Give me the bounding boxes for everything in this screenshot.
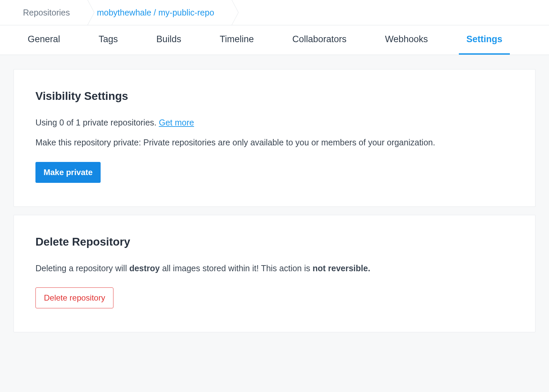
delete-warn-irreversible: not reversible. xyxy=(313,263,370,273)
make-private-button[interactable]: Make private xyxy=(35,162,101,183)
delete-repository-card: Delete Repository Deleting a repository … xyxy=(14,215,535,333)
tab-collaborators[interactable]: Collaborators xyxy=(285,25,354,55)
delete-warn-part2: all images stored within it! This action… xyxy=(160,263,313,273)
breadcrumb-separator-icon xyxy=(224,0,232,25)
visibility-usage-prefix: Using 0 of 1 private repositories. xyxy=(35,118,159,127)
visibility-settings-card: Visibility Settings Using 0 of 1 private… xyxy=(14,69,535,207)
tab-builds[interactable]: Builds xyxy=(149,25,189,55)
visibility-heading: Visibility Settings xyxy=(35,90,514,103)
tab-settings[interactable]: Settings xyxy=(459,25,510,55)
tab-timeline[interactable]: Timeline xyxy=(212,25,261,55)
delete-warn-part1: Deleting a repository will xyxy=(35,263,129,273)
tabs-bar: General Tags Builds Timeline Collaborato… xyxy=(0,25,549,55)
breadcrumb: Repositories mobythewhale / my-public-re… xyxy=(0,0,549,25)
delete-heading: Delete Repository xyxy=(35,235,514,248)
visibility-usage-text: Using 0 of 1 private repositories. Get m… xyxy=(35,116,514,129)
delete-warning-text: Deleting a repository will destroy all i… xyxy=(35,262,514,275)
tab-webhooks[interactable]: Webhooks xyxy=(377,25,435,55)
get-more-link[interactable]: Get more xyxy=(159,118,194,127)
breadcrumb-separator-icon xyxy=(79,0,87,25)
delete-repository-button[interactable]: Delete repository xyxy=(35,287,113,308)
delete-warn-destroy: destroy xyxy=(129,263,160,273)
tab-tags[interactable]: Tags xyxy=(91,25,125,55)
settings-content: Visibility Settings Using 0 of 1 private… xyxy=(0,55,549,346)
breadcrumb-repo-link[interactable]: mobythewhale / my-public-repo xyxy=(87,0,224,25)
visibility-description: Make this repository private: Private re… xyxy=(35,136,514,149)
tab-general[interactable]: General xyxy=(20,25,68,55)
breadcrumb-root[interactable]: Repositories xyxy=(14,0,79,25)
